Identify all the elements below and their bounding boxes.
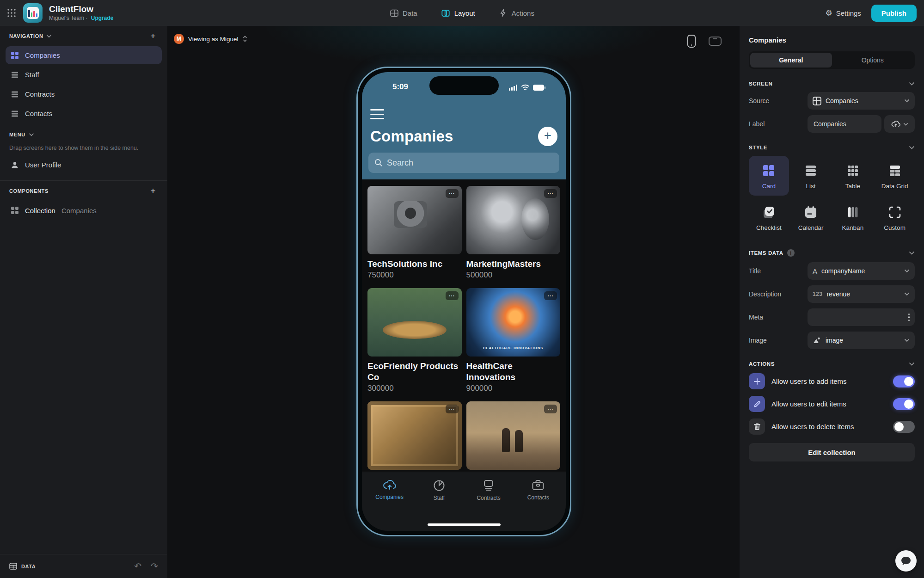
sidebar-item-staff[interactable]: Staff [6, 66, 162, 84]
chevron-down-icon [904, 269, 910, 273]
chevron-down-icon[interactable] [29, 133, 34, 136]
add-component-button[interactable]: + [148, 186, 158, 196]
label-binding-dropdown[interactable] [884, 115, 915, 133]
component-collection-companies[interactable]: Collection Companies [6, 201, 162, 220]
app-logo[interactable] [23, 3, 43, 23]
tab-contracts[interactable]: Contracts [464, 480, 514, 501]
allow-add-toggle[interactable] [893, 375, 915, 387]
meta-field-dropdown[interactable] [808, 308, 915, 326]
sidebar-item-user-profile[interactable]: User Profile [6, 156, 162, 174]
hamburger-menu-icon[interactable] [370, 109, 384, 119]
edit-collection-button[interactable]: Edit collection [749, 443, 915, 461]
edit-action-icon [749, 396, 765, 412]
viewing-as-label: Viewing as Miguel [188, 36, 239, 43]
info-icon[interactable]: i [787, 249, 795, 257]
sidebar-item-label: Contracts [25, 90, 55, 98]
company-card[interactable]: ⋯ [367, 401, 462, 470]
delete-action-icon [749, 418, 765, 435]
component-source: Companies [61, 207, 97, 215]
tab-data[interactable]: Data [390, 0, 417, 26]
home-indicator [428, 523, 501, 526]
source-label: Source [749, 97, 769, 105]
tab-general[interactable]: General [750, 53, 832, 68]
card-value: 900000 [466, 384, 561, 393]
tab-actions[interactable]: Actions [499, 0, 534, 26]
company-card[interactable]: ⋯ EcoFriendly Products Co 300000 [367, 288, 462, 393]
redo-icon[interactable]: ↷ [151, 562, 158, 571]
publish-button[interactable]: Publish [871, 5, 917, 22]
title-field-dropdown[interactable]: A companyName [808, 262, 915, 280]
style-option-kanban[interactable]: Kanban [833, 197, 873, 237]
card-title: MarketingMasters [466, 258, 561, 270]
search-input[interactable]: Search [368, 153, 559, 173]
undo-icon[interactable]: ↶ [134, 562, 141, 571]
description-field-dropdown[interactable]: 123 revenue [808, 285, 915, 303]
allow-edit-toggle[interactable] [893, 398, 915, 410]
mobile-preview-icon[interactable] [687, 34, 696, 48]
sidebar-item-contracts[interactable]: Contracts [6, 85, 162, 103]
sidebar-item-contacts[interactable]: Contacts [6, 105, 162, 123]
tab-staff[interactable]: Staff [414, 480, 464, 501]
style-option-card[interactable]: Card [749, 156, 789, 196]
source-dropdown[interactable]: Companies [808, 92, 915, 110]
chevron-down-icon[interactable] [909, 251, 915, 255]
tab-options[interactable]: Options [832, 53, 914, 68]
app-title: ClientFlow [49, 5, 113, 14]
rows-stack-icon [11, 71, 19, 79]
card-image-healthcare-bulb[interactable]: ⋯ HEALTHCARE INNOVATIONS [466, 288, 561, 357]
image-field-dropdown[interactable]: image [808, 332, 915, 349]
style-option-table[interactable]: Table [833, 156, 873, 196]
battery-icon [533, 85, 545, 91]
left-sidebar: NAVIGATION + Companies Staff Contracts C… [0, 26, 167, 578]
card-menu-icon[interactable]: ⋯ [544, 405, 557, 413]
chevron-down-icon [904, 292, 910, 296]
style-option-data-grid[interactable]: Data Grid [875, 156, 915, 196]
viewing-as-selector[interactable]: M Viewing as Miguel [174, 34, 247, 44]
company-card[interactable]: ⋯ MarketingMasters 500000 [466, 186, 561, 280]
desktop-preview-icon[interactable] [708, 36, 722, 46]
style-option-calendar[interactable]: Calendar [791, 197, 831, 237]
company-card[interactable]: ⋯ HEALTHCARE INNOVATIONS HealthCare Inno… [466, 288, 561, 393]
company-card[interactable]: ⋯ TechSolutions Inc 750000 [367, 186, 462, 280]
data-footer-button[interactable]: DATA [9, 563, 36, 570]
card-image-metal-sculpture[interactable]: ⋯ [466, 186, 561, 254]
allow-delete-toggle[interactable] [893, 421, 915, 433]
add-screen-button[interactable]: + [148, 31, 158, 41]
kebab-menu-icon[interactable] [908, 314, 910, 321]
upgrade-link[interactable]: Upgrade [91, 15, 114, 21]
company-card[interactable]: ⋯ [466, 401, 561, 470]
card-menu-icon[interactable]: ⋯ [446, 291, 459, 300]
card-image-tech-device[interactable]: ⋯ [367, 186, 462, 254]
apps-grid-icon[interactable] [6, 8, 17, 18]
search-placeholder: Search [387, 158, 413, 168]
label-input[interactable]: Companies [808, 115, 881, 133]
card-menu-icon[interactable]: ⋯ [446, 405, 459, 413]
chevron-down-icon[interactable] [909, 146, 915, 149]
card-image-bronze-plaque[interactable]: ⋯ [367, 401, 462, 470]
text-type-icon: A [813, 267, 817, 275]
tab-layout[interactable]: Layout [441, 0, 475, 26]
chevron-down-icon[interactable] [46, 34, 52, 38]
card-image-desert-figures[interactable]: ⋯ [466, 401, 561, 470]
tab-companies[interactable]: Companies [365, 480, 414, 501]
tab-contacts[interactable]: Contacts [514, 480, 563, 501]
sidebar-item-companies[interactable]: Companies [6, 46, 162, 64]
card-image-boat[interactable]: ⋯ [367, 288, 462, 357]
rows-stack-icon [11, 90, 19, 98]
card-menu-icon[interactable]: ⋯ [544, 291, 557, 300]
settings-button[interactable]: ⚙ Settings [825, 8, 861, 18]
card-menu-icon[interactable]: ⋯ [544, 189, 557, 198]
style-option-checklist[interactable]: Checklist [749, 197, 789, 237]
chevron-down-icon[interactable] [909, 82, 915, 86]
style-option-list[interactable]: List [791, 156, 831, 196]
card-menu-icon[interactable]: ⋯ [446, 189, 459, 198]
sidebar-item-label: Staff [25, 71, 39, 79]
style-picker: Card List Table Data Grid [749, 156, 915, 237]
add-item-button[interactable]: + [538, 127, 557, 146]
chevron-down-icon[interactable] [909, 362, 915, 366]
style-option-custom[interactable]: Custom [875, 197, 915, 237]
help-chat-button[interactable] [895, 550, 917, 572]
briefcase-icon [532, 480, 545, 491]
chevron-down-icon [904, 99, 910, 103]
screen-lines-icon [482, 480, 495, 492]
